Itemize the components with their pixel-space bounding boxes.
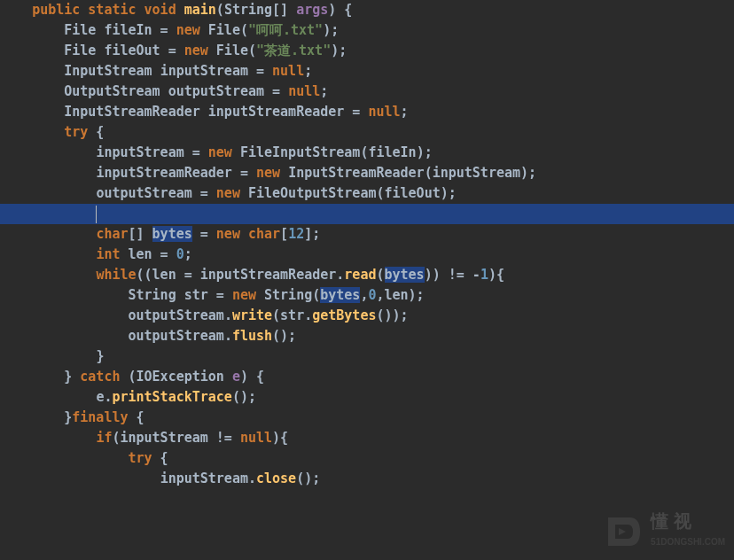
code-line[interactable]: InputStreamReader inputStreamReader = nu… xyxy=(0,102,734,122)
highlighted-identifier: bytes xyxy=(320,287,360,303)
code-line[interactable]: String str = new String(bytes,0,len); xyxy=(0,285,734,306)
code-line[interactable]: outputStream = new FileOutputStream(file… xyxy=(0,183,734,204)
token-kw: null xyxy=(288,83,320,99)
token-kw: new xyxy=(208,144,232,160)
token-str: "呵呵.txt" xyxy=(248,22,323,38)
token-sp xyxy=(152,63,160,79)
token-punct: (); xyxy=(232,389,256,405)
token-punct: . xyxy=(304,307,312,323)
code-editor[interactable]: public static void main(String[] args) {… xyxy=(0,0,734,489)
token-punct: ); xyxy=(520,165,536,181)
token-sp: = xyxy=(152,246,176,262)
line-content: outputStream.flush(); xyxy=(0,328,296,344)
token-sp: = xyxy=(184,144,208,160)
line-content: while((len = inputStreamReader.read(byte… xyxy=(0,267,504,283)
code-line[interactable]: File fileOut = new File("茶道.txt"); xyxy=(0,41,734,61)
code-line[interactable]: try { xyxy=(0,448,734,469)
token-punct: ){ xyxy=(272,430,288,446)
token-punct: . xyxy=(224,307,232,323)
token-punct: ( xyxy=(312,287,320,303)
token-class: FileInputStream xyxy=(240,144,360,160)
code-line[interactable]: char[] bytes = new char[12]; xyxy=(0,224,734,245)
token-sp: = xyxy=(160,43,184,58)
token-sp: = xyxy=(176,267,200,283)
token-kw: new xyxy=(176,22,200,38)
code-line[interactable] xyxy=(0,204,734,224)
token-sp xyxy=(137,2,144,18)
token-punct: ( xyxy=(376,185,384,201)
line-content: char[] bytes = new char[12]; xyxy=(0,226,320,242)
token-sp: { xyxy=(129,409,144,425)
line-content: if(inputStream != null){ xyxy=(0,430,288,446)
token-kw: int xyxy=(96,246,120,262)
token-punct: [ xyxy=(280,226,288,242)
token-punct: )) != - xyxy=(425,267,480,283)
token-ident: inputStream xyxy=(160,63,248,79)
token-punct: ; xyxy=(320,83,328,99)
code-line[interactable]: outputStream.flush(); xyxy=(0,326,734,346)
line-content: } xyxy=(0,348,104,364)
token-sp xyxy=(240,226,248,242)
code-line[interactable]: InputStream inputStream = null; xyxy=(0,61,734,82)
token-num: 0 xyxy=(176,246,184,262)
token-ident: fileOut xyxy=(104,43,160,58)
line-content: outputStream = new FileOutputStream(file… xyxy=(0,185,457,201)
token-punct: ); xyxy=(323,22,339,38)
token-class: File xyxy=(64,22,96,38)
token-method: flush xyxy=(232,328,272,344)
token-ident: str xyxy=(280,307,304,323)
code-line[interactable]: e.printStackTrace(); xyxy=(0,387,734,408)
token-punct: [] xyxy=(129,226,152,242)
code-line[interactable]: if(inputStream != null){ xyxy=(0,428,734,448)
line-content: File fileOut = new File("茶道.txt"); xyxy=(0,43,347,58)
token-punct: ) { xyxy=(328,2,352,18)
line-highlight xyxy=(0,204,734,224)
token-ident: inputStreamReader xyxy=(96,165,232,181)
token-kw: new xyxy=(256,165,280,181)
token-kw: void xyxy=(144,2,176,18)
token-sp: = xyxy=(344,104,368,120)
watermark-logo-icon xyxy=(601,510,644,553)
token-kw: null xyxy=(272,63,304,79)
code-line[interactable]: try { xyxy=(0,122,734,143)
token-sp xyxy=(280,165,288,181)
token-punct: ; xyxy=(304,63,312,79)
highlighted-identifier: bytes xyxy=(152,226,192,242)
token-kw: public xyxy=(32,2,80,18)
token-ident: len xyxy=(129,246,152,262)
token-ident: len xyxy=(385,287,409,303)
line-content: File fileIn = new File("呵呵.txt"); xyxy=(0,22,339,38)
code-line[interactable]: File fileIn = new File("呵呵.txt"); xyxy=(0,20,734,41)
code-line[interactable]: while((len = inputStreamReader.read(byte… xyxy=(0,265,734,285)
token-sp xyxy=(208,43,216,58)
line-content: InputStreamReader inputStreamReader = nu… xyxy=(0,104,409,120)
highlighted-identifier: bytes xyxy=(385,267,425,283)
code-line[interactable]: inputStream.close(); xyxy=(0,469,734,489)
token-sp xyxy=(200,22,208,38)
code-line[interactable]: outputStream.write(str.getBytes()); xyxy=(0,306,734,326)
token-sp xyxy=(160,83,168,99)
code-line[interactable]: }finally { xyxy=(0,408,734,428)
token-class: InputStream xyxy=(64,63,152,79)
token-punct: ( xyxy=(248,43,256,58)
token-kw: catch xyxy=(80,369,120,385)
token-ident: inputStreamReader xyxy=(200,267,337,283)
token-punct: ( xyxy=(425,165,433,181)
code-line[interactable]: } catch (IOException e) { xyxy=(0,367,734,387)
code-line[interactable]: inputStreamReader = new InputStreamReade… xyxy=(0,163,734,183)
code-line[interactable]: } xyxy=(0,346,734,367)
token-ident: outputStream xyxy=(96,185,191,201)
token-kw: new xyxy=(184,43,208,58)
code-line[interactable]: OutputStream outputStream = null; xyxy=(0,82,734,102)
token-num: 1 xyxy=(480,267,488,283)
token-kw: null xyxy=(240,430,272,446)
token-sp xyxy=(200,104,208,120)
code-line[interactable]: public static void main(String[] args) { xyxy=(0,0,734,20)
line-content: try { xyxy=(0,450,168,466)
token-sp: { xyxy=(152,450,168,466)
token-punct: ){ xyxy=(488,267,504,283)
code-line[interactable]: inputStream = new FileInputStream(fileIn… xyxy=(0,143,734,163)
code-line[interactable]: int len = 0; xyxy=(0,245,734,265)
watermark: 懂 视 51DONGSHI.COM xyxy=(601,510,725,553)
token-class: String xyxy=(129,287,176,303)
